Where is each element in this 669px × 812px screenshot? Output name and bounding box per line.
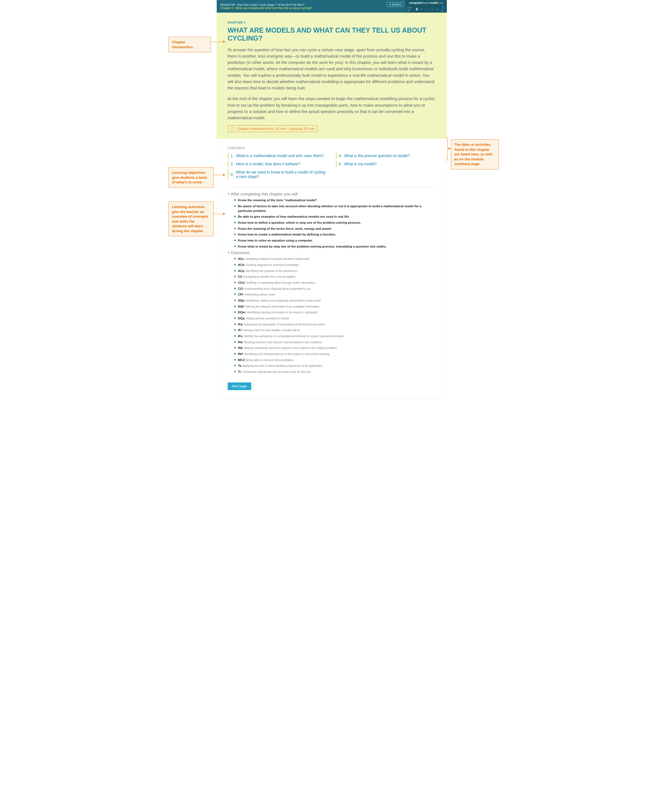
contents-item[interactable]: 2.Here is a model; how does it behave? bbox=[228, 161, 328, 167]
brand-logo: computerbasedmath.org bbox=[409, 1, 443, 4]
outcome-description: Identify the usefulness of computational… bbox=[244, 334, 344, 338]
objective-item: Know what is meant by step two of the pr… bbox=[234, 244, 436, 249]
outcome-code: DQf bbox=[238, 305, 244, 308]
contents-item[interactable]: 1.What is a mathematical model and who u… bbox=[228, 152, 328, 159]
objective-item: Know the meaning of the terms force, wor… bbox=[234, 226, 436, 231]
objective-item: Be aware of factors to take into account… bbox=[234, 204, 436, 213]
contents-item[interactable]: 5.What is my model? bbox=[336, 161, 436, 167]
outcome-code: ACp bbox=[238, 269, 245, 273]
outcome-description: Recognising whether the concept applies bbox=[243, 275, 295, 278]
objectives-heading[interactable]: After completing this chapter you will: bbox=[228, 192, 436, 196]
outcome-code: C2 bbox=[238, 275, 242, 278]
objective-item: Know the meaning of the term "mathematic… bbox=[234, 198, 436, 202]
intro-paragraph-1: To answer the question of how fast you c… bbox=[228, 47, 436, 91]
contents-item-number: 2. bbox=[231, 162, 234, 166]
outcome-item: TaApplying the tool or demonstrating exp… bbox=[234, 364, 436, 368]
outcome-item: DQqStating precise questions to tackle bbox=[234, 316, 436, 321]
outcomes-section: Outcomes ACcIdentifying relevant concept… bbox=[228, 250, 436, 374]
contents-item[interactable]: 4.What is the precise question to tackle… bbox=[336, 152, 436, 159]
callout-contents: The titles of activities found in this c… bbox=[451, 139, 499, 169]
objectives-list: Know the meaning of the term "mathematic… bbox=[228, 198, 436, 249]
objective-item: Be able to give examples of how mathemat… bbox=[234, 214, 436, 219]
outcome-code: Ta bbox=[238, 364, 242, 367]
outcome-description: Assessing the plausibility of computatio… bbox=[244, 323, 324, 326]
outcome-item: CPiInterpreting others' work bbox=[234, 292, 436, 297]
contents-heading: CONTENTS bbox=[228, 147, 436, 150]
nav-prev-icon[interactable]: ‹ bbox=[425, 7, 426, 11]
outcome-description: Applying the tool or demonstrating exper… bbox=[242, 364, 323, 367]
outcome-code: CCi bbox=[238, 287, 244, 290]
intro-paragraph-2: At the end of the chapter you will learn… bbox=[228, 95, 436, 121]
outcome-code: IFp bbox=[238, 323, 243, 326]
contents-item-number: 5. bbox=[339, 162, 342, 166]
brand-part-1: computer bbox=[409, 1, 423, 4]
outcome-description: Identifying and relating features of the… bbox=[244, 352, 329, 355]
outcome-description: Understanding and critiquing ideas prese… bbox=[244, 287, 311, 290]
user-menu-icon[interactable]: 👤▾ bbox=[441, 5, 445, 13]
estimated-time-text: Chapter estimated time: 92 min + optiona… bbox=[237, 126, 314, 131]
outcome-code: DQa bbox=[238, 299, 245, 302]
outcome-description: Identifying relevant concepts and their … bbox=[245, 257, 309, 260]
estimated-time-badge: Chapter estimated time: 92 min + optiona… bbox=[228, 125, 318, 132]
outcome-code: Ti bbox=[238, 370, 241, 373]
home-icon[interactable]: ⌂ bbox=[437, 7, 439, 11]
outcome-item: DQaIdentifying, stating and explaining a… bbox=[234, 298, 436, 303]
objectives-section: After completing this chapter you will: … bbox=[228, 192, 436, 249]
outcomes-heading[interactable]: Outcomes bbox=[228, 250, 436, 255]
page-indicator: 2 of 32 bbox=[407, 6, 412, 12]
outcome-item: ACcIdentifying relevant concepts and the… bbox=[234, 257, 436, 261]
callout-intro: Chapter introduction. bbox=[168, 37, 211, 52]
nav-first-icon[interactable]: « bbox=[420, 7, 422, 11]
outcome-item: CCdDistilling or explaining ideas throug… bbox=[234, 280, 436, 285]
nav-last-icon[interactable]: » bbox=[432, 7, 434, 11]
callout-outcomes: Learning outcomes give the teacher an ov… bbox=[168, 202, 213, 236]
outcome-item: IN3Identifying and relating features of … bbox=[234, 352, 436, 356]
brand-part-3: math bbox=[431, 1, 438, 4]
contents-item-number: 4. bbox=[339, 153, 342, 158]
outcome-description: Identifying missing information to be fo… bbox=[247, 311, 318, 314]
outcome-item: IN2Making statements about the output in… bbox=[234, 346, 436, 350]
grid-view-icon[interactable] bbox=[416, 8, 417, 10]
outcome-description: Distilling or explaining ideas through w… bbox=[245, 281, 316, 284]
outcome-code: CCd bbox=[238, 281, 245, 284]
arrow-icon bbox=[211, 42, 225, 42]
top-header: Module M1: How fast could I cycle stage … bbox=[217, 0, 447, 13]
outcome-description: Interpreting others' work bbox=[244, 293, 275, 296]
module-title: Module M1: How fast could I cycle stage … bbox=[220, 3, 402, 6]
next-page-button[interactable]: Next page bbox=[228, 382, 252, 390]
contents-item-number: 1. bbox=[231, 153, 234, 158]
outcome-code: DQm bbox=[238, 311, 245, 314]
nav-next-icon[interactable]: › bbox=[429, 7, 430, 11]
brand-part-2: based bbox=[423, 1, 431, 4]
outcome-code: IFu bbox=[238, 334, 243, 338]
contents-item-title: Here is a model; how does it behave? bbox=[236, 162, 300, 166]
outcome-item: TiComposing appropriate and accurate inp… bbox=[234, 369, 436, 374]
outcome-description: Being able to interpret documentation bbox=[246, 358, 294, 362]
contents-item-title: What is a mathematical model and who use… bbox=[236, 153, 324, 158]
objective-item: Know how to create a mathematical model … bbox=[234, 232, 436, 237]
chapter-title: WHAT ARE MODELS AND WHAT CAN THEY TELL U… bbox=[228, 26, 436, 42]
arrow-connector bbox=[448, 148, 451, 149]
contents-item-title: What is the precise question to tackle? bbox=[344, 153, 410, 158]
contents-item[interactable]: 3.What do we need to know to build a mod… bbox=[228, 169, 328, 180]
callout-objectives: Learning objectives give students a tast… bbox=[168, 167, 213, 188]
outcome-item: IFpAssessing the plausibility of computa… bbox=[234, 322, 436, 327]
contents-item-title: What do we need to know to build a model… bbox=[236, 170, 325, 179]
outcome-code: ACc bbox=[238, 257, 244, 260]
header-right-panel: computerbasedmath.org 2 of 32 « ‹ › » ⌂ … bbox=[406, 0, 447, 13]
outcome-code: CPi bbox=[238, 293, 243, 296]
contents-item-number: 3. bbox=[231, 172, 234, 177]
chapter-hero: CHAPTER 1 WHAT ARE MODELS AND WHAT CAN T… bbox=[217, 13, 447, 139]
objective-item: Know how to define a question, which is … bbox=[234, 221, 436, 225]
outcome-description: Making statements about the output in th… bbox=[244, 346, 337, 350]
outcome-code: DQq bbox=[238, 317, 245, 320]
outcome-code: IN1 bbox=[238, 340, 243, 344]
chapter-breadcrumb: Chapter 1: What are models and what can … bbox=[220, 6, 402, 10]
header-nav-icons: 2 of 32 « ‹ › » ⌂ 👤▾ bbox=[407, 5, 445, 13]
outcome-item: ACpIdentifying the purpose of the abstra… bbox=[234, 269, 436, 273]
contents-list: 1.What is a mathematical model and who u… bbox=[228, 152, 436, 180]
outcome-item: DQfFiltering the relevant information fr… bbox=[234, 304, 436, 309]
student-mode-button[interactable]: Student bbox=[387, 2, 403, 7]
outcomes-list: ACcIdentifying relevant concepts and the… bbox=[228, 257, 436, 374]
outcome-item: CCiUnderstanding and critiquing ideas pr… bbox=[234, 286, 436, 291]
